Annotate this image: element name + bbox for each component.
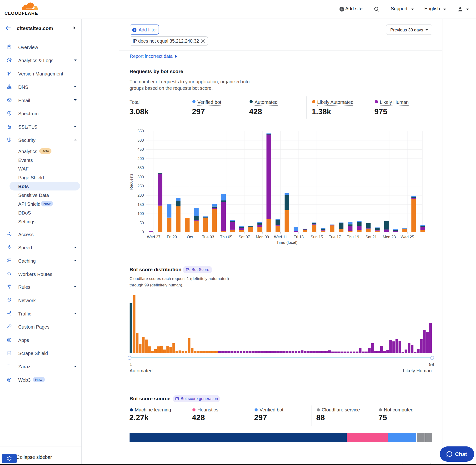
svg-text:Wed 11: Wed 11 — [274, 235, 287, 239]
svg-text:Oct: Oct — [187, 235, 193, 239]
svg-text:500: 500 — [138, 138, 144, 142]
svg-text:250: 250 — [138, 184, 144, 188]
svg-text:Fri 13: Fri 13 — [294, 235, 304, 239]
svg-text:50: 50 — [139, 221, 144, 225]
svg-text:Thu 05: Thu 05 — [220, 235, 232, 239]
svg-text:200: 200 — [138, 193, 144, 197]
svg-text:Thu 19: Thu 19 — [347, 235, 359, 239]
svg-text:350: 350 — [138, 166, 144, 170]
svg-text:Wed 27: Wed 27 — [147, 235, 160, 239]
svg-text:Sat 21: Sat 21 — [366, 235, 377, 239]
svg-text:550: 550 — [138, 129, 144, 133]
svg-text:Tue 03: Tue 03 — [202, 235, 214, 239]
svg-text:Wed 25: Wed 25 — [401, 235, 414, 239]
svg-text:Tue 17: Tue 17 — [329, 235, 341, 239]
svg-text:450: 450 — [138, 147, 144, 151]
svg-text:0: 0 — [142, 230, 144, 234]
svg-text:400: 400 — [138, 157, 144, 161]
svg-text:150: 150 — [138, 203, 144, 207]
svg-text:Mon 23: Mon 23 — [383, 235, 396, 239]
svg-text:100: 100 — [138, 212, 144, 216]
svg-text:Fri 29: Fri 29 — [167, 235, 177, 239]
svg-text:Sat 07: Sat 07 — [239, 235, 250, 239]
svg-text:Time (local): Time (local) — [276, 240, 297, 245]
svg-text:Sun 15: Sun 15 — [310, 235, 323, 239]
svg-text:Requests: Requests — [129, 174, 133, 190]
svg-text:Mon 09: Mon 09 — [256, 235, 269, 239]
svg-text:300: 300 — [138, 175, 144, 179]
